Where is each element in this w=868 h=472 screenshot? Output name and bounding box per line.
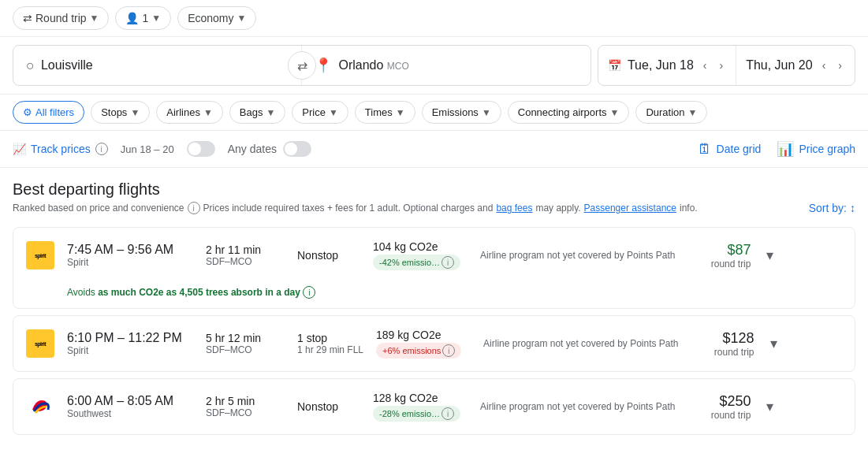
round-trip-button[interactable]: ⇄ Round trip ▼ <box>13 6 109 30</box>
emissions-info-icon[interactable]: i <box>441 407 454 420</box>
emissions-filter-button[interactable]: Emissions ▼ <box>422 101 501 124</box>
flight-airline-program: Airline program not yet covered by Point… <box>480 250 675 261</box>
track-prices-group: 📈 Track prices i <box>13 143 108 155</box>
depart-date-field[interactable]: 📅 Tue, Jun 18 ‹ › <box>598 46 736 85</box>
price-filter-button[interactable]: Price ▼ <box>292 101 348 124</box>
origin-icon: ○ <box>26 58 35 74</box>
spirit-logo-icon: spirit <box>26 329 54 358</box>
all-filters-button[interactable]: ⚙ All filters <box>13 101 84 124</box>
filters-icon: ⚙ <box>23 106 32 118</box>
price-graph-button[interactable]: 📊 Price graph <box>777 140 855 158</box>
flight-duration: 2 hr 11 min SDF–MCO <box>206 243 285 267</box>
passengers-button[interactable]: 👤 1 ▼ <box>115 6 171 30</box>
flight-stops: Nonstop <box>297 249 360 262</box>
round-trip-icon: ⇄ <box>23 12 32 24</box>
times-filter-button[interactable]: Times ▼ <box>355 101 415 124</box>
info-suffix: info. <box>680 203 698 214</box>
any-dates-label: Any dates <box>228 143 277 155</box>
flight-emissions: 104 kg CO2e -42% emissio… i <box>373 240 468 270</box>
sort-by-button[interactable]: Sort by: ↕ <box>809 202 855 214</box>
date-grid-button[interactable]: 🗓 Date grid <box>698 141 762 158</box>
airline-logo: spirit <box>26 329 54 358</box>
flight-stops: 1 stop 1 hr 29 min FLL <box>297 332 363 355</box>
southwest-logo-icon <box>26 392 54 421</box>
bag-fees-link[interactable]: bag fees <box>496 203 532 214</box>
route-text: SDF–MCO <box>206 344 285 355</box>
flight-emissions: 189 kg CO2e +6% emissions i <box>376 329 471 359</box>
price-chevron-icon: ▼ <box>329 107 338 118</box>
expand-button[interactable]: ▾ <box>763 395 777 418</box>
search-box: ○ Louisville ⇄ 📍 Orlando MCO <box>13 45 591 86</box>
may-apply-text: may apply. <box>535 203 580 214</box>
stops-text: 1 stop <box>297 332 363 344</box>
return-next-button[interactable]: › <box>835 56 845 75</box>
class-chevron-icon: ▼ <box>237 13 247 24</box>
price-label: round trip <box>691 347 754 358</box>
route-text: SDF–MCO <box>206 256 285 267</box>
expand-button[interactable]: ▾ <box>763 243 777 267</box>
price-label: Price <box>302 106 326 118</box>
duration-filter-button[interactable]: Duration ▼ <box>635 101 707 124</box>
flight-time: 6:10 PM – 11:22 PM Spirit <box>67 331 193 356</box>
airline-logo: spirit <box>26 241 54 269</box>
track-right: 🗓 Date grid 📊 Price graph <box>698 140 855 158</box>
track-prices-icon: 📈 <box>13 143 26 155</box>
times-chevron-icon: ▼ <box>396 107 405 118</box>
airlines-filter-button[interactable]: Airlines ▼ <box>156 101 223 124</box>
search-row: ○ Louisville ⇄ 📍 Orlando MCO 📅 Tue, Jun … <box>0 37 868 95</box>
results-section: Best departing flights Ranked based on p… <box>0 168 868 454</box>
connecting-airports-chevron-icon: ▼ <box>610 107 620 118</box>
flights-list: spirit 7:45 AM – 9:56 AM Spirit 2 hr 11 … <box>13 227 855 435</box>
swap-icon: ⇄ <box>297 58 307 73</box>
times-label: Times <box>365 106 393 118</box>
any-dates-toggle[interactable] <box>283 141 311 157</box>
avoids-info-icon[interactable]: i <box>303 286 315 299</box>
emissions-label: Emissions <box>432 106 479 118</box>
destination-pin-icon: 📍 <box>315 57 332 74</box>
return-prev-button[interactable]: ‹ <box>819 56 829 75</box>
filter-row: ⚙ All filters Stops ▼ Airlines ▼ Bags ▼ … <box>0 95 868 131</box>
track-dates-text: Jun 18 – 20 <box>121 143 174 155</box>
track-prices-toggle[interactable] <box>187 141 215 157</box>
price-label: round trip <box>687 258 751 269</box>
stops-chevron-icon: ▼ <box>130 107 140 118</box>
passenger-link[interactable]: Passenger assistance <box>584 203 676 214</box>
flight-duration: 2 hr 5 min SDF–MCO <box>206 395 285 418</box>
expand-button[interactable]: ▾ <box>767 332 780 355</box>
passengers-chevron-icon: ▼ <box>151 13 161 24</box>
flight-row[interactable]: 6:00 AM – 8:05 AM Southwest 2 hr 5 min S… <box>13 379 855 434</box>
price-graph-icon: 📊 <box>777 140 794 158</box>
depart-next-button[interactable]: › <box>716 56 726 75</box>
stops-text: Nonstop <box>297 249 360 262</box>
destination-field[interactable]: 📍 Orlando MCO <box>302 46 590 85</box>
class-button[interactable]: Economy ▼ <box>177 6 256 30</box>
time-range: 6:00 AM – 8:05 AM <box>67 394 193 408</box>
flight-row[interactable]: spirit 6:10 PM – 11:22 PM Spirit 5 hr 12… <box>13 316 855 371</box>
airline-logo <box>26 392 54 421</box>
emissions-info-icon[interactable]: i <box>442 344 455 357</box>
all-filters-label: All filters <box>35 106 74 118</box>
flight-airline-program: Airline program not yet covered by Point… <box>480 401 675 412</box>
flight-card-2: spirit 6:10 PM – 11:22 PM Spirit 5 hr 12… <box>13 315 855 372</box>
bags-filter-button[interactable]: Bags ▼ <box>229 101 286 124</box>
ranked-info-icon[interactable]: i <box>188 202 200 214</box>
avoids-row: Avoids as much CO2e as 4,505 trees absor… <box>13 283 855 308</box>
track-prices-info-icon[interactable]: i <box>95 143 108 155</box>
flight-row[interactable]: spirit 7:45 AM – 9:56 AM Spirit 2 hr 11 … <box>13 228 855 283</box>
depart-prev-button[interactable]: ‹ <box>700 56 710 75</box>
return-date-field[interactable]: Thu, Jun 20 ‹ › <box>736 46 855 85</box>
section-title: Best departing flights <box>13 180 855 199</box>
sort-icon: ↕ <box>850 202 855 214</box>
airline-name: Southwest <box>67 408 193 419</box>
connecting-airports-filter-button[interactable]: Connecting airports ▼ <box>508 101 630 124</box>
date-grid-icon: 🗓 <box>698 141 712 158</box>
origin-field[interactable]: ○ Louisville <box>13 46 302 85</box>
emissions-info-icon[interactable]: i <box>441 256 454 269</box>
spirit-logo-icon: spirit <box>26 241 54 269</box>
track-prices-label: Track prices <box>31 143 91 155</box>
price-graph-label: Price graph <box>799 143 855 155</box>
stops-filter-button[interactable]: Stops ▼ <box>91 101 150 124</box>
flight-card-3: 6:00 AM – 8:05 AM Southwest 2 hr 5 min S… <box>13 378 855 435</box>
date-box: 📅 Tue, Jun 18 ‹ › Thu, Jun 20 ‹ › <box>598 45 855 86</box>
emissions-badge: -42% emissio… i <box>373 255 460 270</box>
